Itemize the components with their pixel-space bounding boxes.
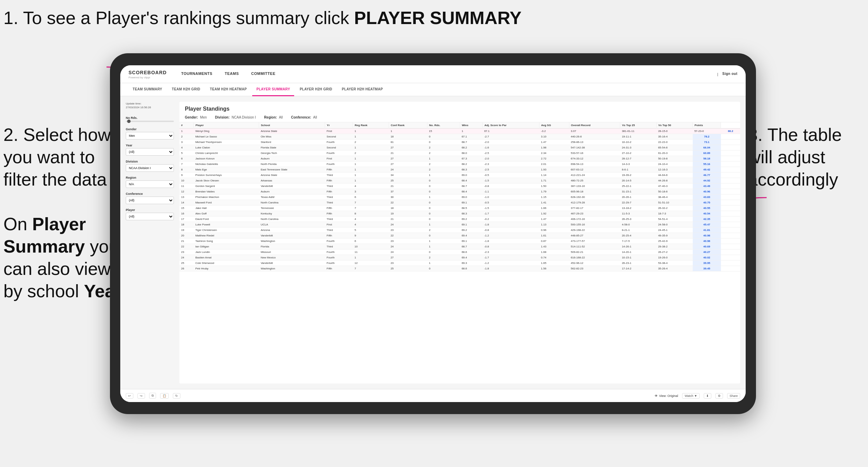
table-cell: 23 xyxy=(389,227,427,233)
table-cell: 387-133-16 xyxy=(569,184,620,189)
table-cell: 3 xyxy=(353,189,389,194)
table-cell: Vanderbilt xyxy=(259,260,325,266)
table-cell: 1.14 xyxy=(539,173,569,178)
col-avg-sg: Avg SG xyxy=(539,122,569,129)
logo-area: SCOREBOARD Powered by clippi xyxy=(129,69,167,79)
sidebar-gender-select[interactable]: Men Women xyxy=(126,132,174,140)
table-cell: 0 xyxy=(427,249,460,255)
tab-team-summary[interactable]: TEAM SUMMARY xyxy=(129,83,166,96)
table-cell: 607-63-12 xyxy=(569,167,620,173)
tab-player-summary[interactable]: PLAYER SUMMARY xyxy=(252,83,294,96)
table-cell: 0 xyxy=(427,233,460,238)
table-cell: -1.2 xyxy=(482,260,539,266)
tab-team-h2h-heatmap[interactable]: TEAM H2H HEATMAP xyxy=(206,83,251,96)
toolbar-copy[interactable]: ⧉ xyxy=(149,393,156,399)
toolbar-settings[interactable]: ⚙ xyxy=(715,393,723,399)
toolbar-redo[interactable]: ↪ xyxy=(137,393,145,399)
table-cell: 81 xyxy=(389,140,427,145)
tab-player-h2h-heatmap[interactable]: PLAYER H2H HEATMAP xyxy=(338,83,387,96)
table-cell: 40.02 xyxy=(693,255,721,260)
table-cell: 1.41 xyxy=(539,200,569,205)
instruction-step3-text: 3. The table will adjust accordingly xyxy=(748,125,842,189)
sign-out-link[interactable]: Sign out xyxy=(722,72,737,77)
table-cell: Fourth xyxy=(325,255,353,260)
table-cell: 21 xyxy=(389,184,427,189)
toolbar-watch[interactable]: Watch ▼ xyxy=(682,393,700,399)
sidebar-year-select[interactable]: (All) First Second Third Fourth Fifth xyxy=(126,148,174,156)
instruction-step1-bold: PLAYER SUMMARY xyxy=(354,8,521,28)
table-cell: Second xyxy=(325,134,353,140)
toolbar-view: 👁 View: Original xyxy=(655,394,678,398)
table-scroll[interactable]: # Player School Yr Reg Rank Conf Rank No… xyxy=(179,122,740,383)
table-cell: Third xyxy=(325,173,353,178)
toolbar-undo[interactable]: ↩ xyxy=(126,393,133,399)
table-cell: Cole Sherwood xyxy=(193,260,259,266)
table-cell: 1 xyxy=(353,129,389,134)
toolbar-refresh[interactable]: ↻ xyxy=(173,393,180,399)
table-cell: 11-5-3 xyxy=(620,211,657,216)
instruction-step1-text: 1. To see a Player's rankings summary cl… xyxy=(3,8,354,28)
table-cell: 68.6 xyxy=(460,266,482,271)
table-cell: 27 xyxy=(389,156,427,162)
toolbar-share[interactable]: Share xyxy=(727,393,740,399)
table-cell: Fifth xyxy=(325,189,353,194)
table-cell: 1.71 xyxy=(539,178,569,184)
table-cell: Jack Lundin xyxy=(193,249,259,255)
table-row: 24Bastien AmatNew MexicoFourth127269.4-1… xyxy=(179,255,740,260)
table-cell: 40.55 xyxy=(693,205,721,211)
table-cell: 49.42 xyxy=(693,167,721,173)
table-row: 20Matthew RiedelVanderbiltFifth922069.4-… xyxy=(179,233,740,238)
table-cell: 66.04 xyxy=(693,145,721,151)
tab-team-h2h-grid[interactable]: TEAM H2H GRID xyxy=(168,83,204,96)
table-cell: 68.7 xyxy=(460,184,482,189)
sidebar-region-select[interactable]: N/A All xyxy=(126,180,174,188)
table-cell: 69.1 xyxy=(460,238,482,244)
sidebar-division-select[interactable]: NCAA Division I NCAA Division II NCAA Di… xyxy=(126,164,174,172)
table-cell: 24 xyxy=(389,244,427,249)
logo-text: SCOREBOARD xyxy=(129,70,167,75)
table-cell: 1 xyxy=(353,134,389,140)
col-adj-score: Adj. Score to Par xyxy=(482,122,539,129)
table-cell: -1.8 xyxy=(482,238,539,244)
sidebar-division-label: Division xyxy=(126,160,174,163)
table-cell: 22 xyxy=(179,244,193,249)
sidebar-year-label: Year xyxy=(126,144,174,147)
table-cell: 6 xyxy=(353,194,389,200)
filter-region-value: All xyxy=(279,115,283,119)
table-cell: 1.66 xyxy=(539,205,569,211)
table-cell: 5 xyxy=(353,227,389,233)
nav-teams[interactable]: TEAMS xyxy=(219,65,245,83)
table-cell: 0.74 xyxy=(539,255,569,260)
table-cell: 88.2 xyxy=(721,129,740,134)
toolbar-download[interactable]: ⬇ xyxy=(704,393,711,399)
table-cell: North Carolina xyxy=(259,216,325,222)
nav-tournaments[interactable]: TOURNAMENTS xyxy=(175,65,219,83)
tab-player-h2h-grid[interactable]: PLAYER H2H GRID xyxy=(296,83,336,96)
table-cell: Florida State xyxy=(259,145,325,151)
table-cell: 562-82-23 xyxy=(569,266,620,271)
table-cell: -2.0 xyxy=(482,156,539,162)
table-cell: Michael Le Sasso xyxy=(193,134,259,140)
table-cell: 674-33-12 xyxy=(569,156,620,162)
table-cell: Bastien Amat xyxy=(193,255,259,260)
col-points: Points xyxy=(693,122,721,129)
table-cell: Washington xyxy=(259,266,325,271)
table-cell: 2 xyxy=(427,255,460,260)
sidebar-player-select[interactable]: (All) xyxy=(126,213,174,220)
table-cell: 1.98 xyxy=(539,145,569,151)
nav-committee[interactable]: COMMITTEE xyxy=(245,65,282,83)
table-cell: Second xyxy=(325,145,353,151)
table-cell: Stanford xyxy=(259,140,325,145)
sidebar-no-rds-slider[interactable] xyxy=(126,121,174,122)
table-cell: 8 xyxy=(179,167,193,173)
table-cell: 509-82-21 xyxy=(569,249,620,255)
table-cell: 1.15 xyxy=(539,194,569,200)
table-cell: Vanderbilt xyxy=(259,233,325,238)
toolbar-paste[interactable]: 📋 xyxy=(160,393,169,399)
table-row: 2Michael Le SassoOle MissSecond118067.1-… xyxy=(179,134,740,140)
table-cell: 13-18-2 xyxy=(620,205,657,211)
table-cell: 258-86-13 xyxy=(569,140,620,145)
table-cell: 31-15-1 xyxy=(620,189,657,194)
sidebar-conference-select[interactable]: (All) xyxy=(126,197,174,204)
table-row: 13Phichaksn MaichonTexas A&MThird630169.… xyxy=(179,194,740,200)
